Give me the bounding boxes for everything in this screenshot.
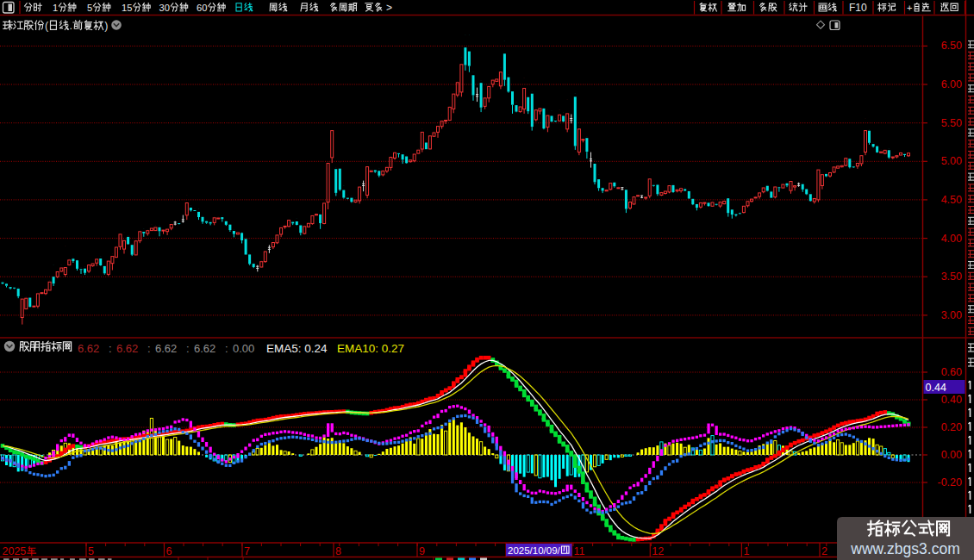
svg-text:F10: F10 [849, 2, 867, 14]
svg-text:2: 2 [821, 545, 827, 557]
svg-text:4.50: 4.50 [941, 194, 962, 206]
svg-text:5: 5 [88, 545, 94, 557]
svg-text::: : [147, 342, 151, 355]
svg-text:4.00: 4.00 [941, 233, 962, 245]
svg-text:6.62: 6.62 [194, 342, 215, 355]
svg-text:0.00: 0.00 [233, 342, 254, 355]
svg-text:5: 5 [87, 3, 92, 13]
svg-text:7: 7 [244, 545, 250, 557]
svg-text:0.44: 0.44 [926, 382, 946, 394]
svg-text:8: 8 [335, 545, 341, 557]
svg-text:6.00: 6.00 [941, 78, 962, 90]
svg-text:2025/10/09/: 2025/10/09/ [508, 545, 561, 556]
svg-text:12: 12 [652, 545, 664, 557]
svg-text::: : [225, 342, 228, 355]
svg-text:11: 11 [574, 545, 585, 557]
svg-text:0.20: 0.20 [941, 421, 962, 433]
svg-text:6.62: 6.62 [155, 342, 177, 355]
svg-text::: : [186, 342, 190, 355]
svg-text:1: 1 [53, 3, 58, 13]
svg-text:3: 3 [159, 3, 165, 13]
svg-text::: : [109, 342, 112, 355]
svg-text:3.50: 3.50 [941, 271, 962, 283]
svg-text:3.00: 3.00 [941, 309, 962, 321]
svg-text:2025: 2025 [3, 545, 27, 557]
svg-text:1: 1 [122, 3, 127, 13]
svg-text:www.zbgs3.com: www.zbgs3.com [850, 540, 959, 557]
svg-text:1: 1 [743, 545, 749, 557]
svg-text:.: . [69, 20, 72, 32]
svg-text:>: > [386, 2, 392, 14]
svg-text:0.60: 0.60 [941, 366, 962, 378]
svg-text:EMA10: 0.27: EMA10: 0.27 [337, 342, 404, 355]
svg-text:6.50: 6.50 [941, 40, 962, 52]
svg-text:0.40: 0.40 [941, 394, 962, 406]
svg-text:5.50: 5.50 [941, 117, 962, 129]
svg-text:EMA5: 0.24: EMA5: 0.24 [266, 342, 328, 355]
svg-text:5: 5 [127, 3, 132, 13]
svg-text:6: 6 [197, 3, 202, 13]
svg-text:6.62: 6.62 [78, 342, 99, 355]
svg-text:6.62: 6.62 [116, 342, 138, 355]
svg-text:-0.20: -0.20 [938, 476, 963, 488]
svg-text:0: 0 [165, 3, 170, 13]
svg-text:6: 6 [166, 545, 172, 557]
svg-text:9: 9 [419, 545, 425, 557]
svg-text:): ) [104, 20, 108, 32]
svg-text:0.00: 0.00 [941, 449, 962, 461]
svg-text:0: 0 [202, 3, 207, 13]
svg-text:+: + [907, 3, 912, 13]
svg-text:5.00: 5.00 [941, 155, 962, 167]
